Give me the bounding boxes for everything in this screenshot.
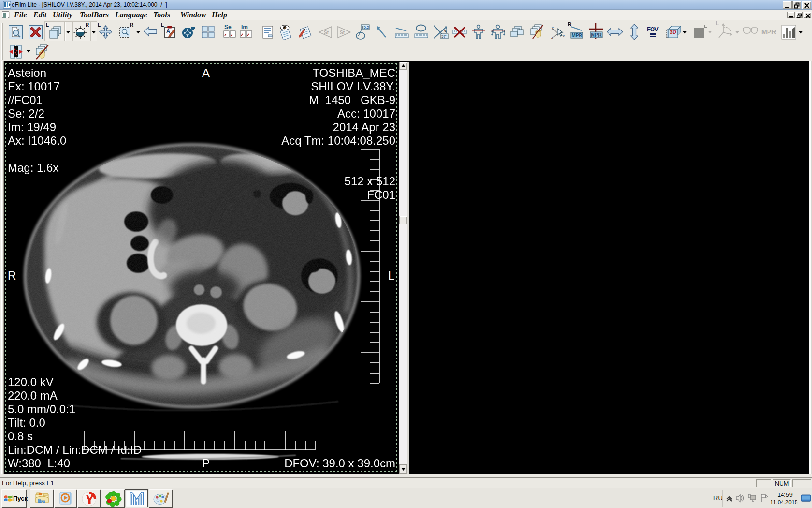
svg-text:MPR: MPR <box>591 32 602 38</box>
svg-text:A: A <box>166 28 170 34</box>
svg-text:St: St <box>340 30 345 35</box>
svg-text:MPR: MPR <box>572 33 583 38</box>
svg-text:3D: 3D <box>670 30 676 35</box>
svg-text:St: St <box>324 30 329 35</box>
svg-text:MPR: MPR <box>761 28 776 36</box>
svg-text:θ: θ <box>444 29 447 33</box>
svg-text:Se: Se <box>224 24 232 30</box>
svg-text:Im: Im <box>241 24 248 30</box>
svg-text:35.2: 35.2 <box>362 25 369 30</box>
svg-text:FOV: FOV <box>647 26 659 33</box>
svg-text:z: z <box>551 35 553 40</box>
svg-text:x: x <box>563 34 565 38</box>
svg-text:57°: 57° <box>441 34 447 39</box>
